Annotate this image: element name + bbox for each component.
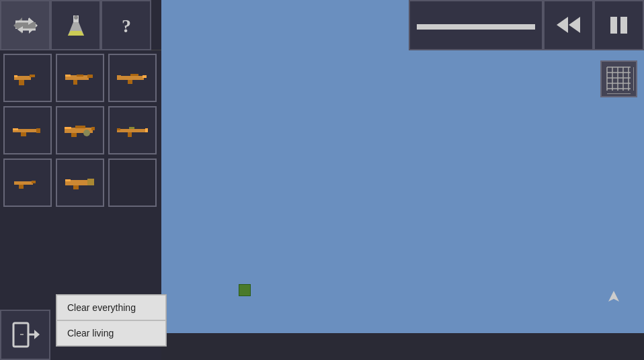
svg-rect-16 <box>87 75 93 78</box>
svg-marker-8 <box>68 31 84 36</box>
svg-marker-50 <box>569 17 580 33</box>
speed-bar-container <box>409 0 543 50</box>
sniper-icon <box>116 120 149 140</box>
svg-rect-46 <box>65 179 71 181</box>
svg-marker-67 <box>34 330 40 339</box>
svg-rect-28 <box>13 128 18 130</box>
svg-rect-24 <box>130 74 138 76</box>
help-button[interactable]: ? <box>101 0 151 50</box>
toolbar: ? <box>0 0 161 50</box>
svg-rect-19 <box>77 75 83 77</box>
svg-rect-18 <box>65 75 71 77</box>
exit-icon <box>10 320 40 350</box>
svg-rect-45 <box>73 185 79 189</box>
rewind-button[interactable] <box>543 0 594 50</box>
flask-button[interactable] <box>50 0 101 50</box>
pistol-icon <box>11 68 44 88</box>
svg-rect-40 <box>14 181 33 185</box>
weapon-slot-8[interactable] <box>56 159 104 207</box>
character-marker <box>607 289 620 303</box>
svg-rect-30 <box>91 127 95 130</box>
grid-icon <box>604 64 634 94</box>
svg-rect-23 <box>117 75 121 77</box>
pause-icon <box>604 10 634 40</box>
smg-icon <box>63 68 97 88</box>
weapon-slot-4[interactable] <box>3 106 52 154</box>
flask-icon <box>63 12 89 39</box>
launcher-icon <box>63 173 97 193</box>
weapon-slot-3[interactable] <box>108 54 157 102</box>
svg-rect-31 <box>71 133 77 137</box>
weapon-slot-7[interactable] <box>3 159 52 207</box>
svg-rect-39 <box>129 127 134 129</box>
svg-marker-49 <box>557 17 568 33</box>
swap-icon <box>12 12 39 39</box>
shotgun-icon <box>11 120 44 140</box>
clear-living-button[interactable]: Clear living <box>56 320 166 346</box>
svg-rect-27 <box>21 132 26 136</box>
speed-bar <box>417 24 535 30</box>
bottom-bar <box>161 333 644 360</box>
svg-rect-21 <box>143 75 147 78</box>
context-menu: Clear everything Clear living <box>56 294 167 347</box>
svg-rect-22 <box>128 80 132 84</box>
lmg-icon <box>63 120 97 140</box>
weapon-slot-1[interactable] <box>3 54 52 102</box>
svg-rect-51 <box>610 17 617 34</box>
svg-text:?: ? <box>122 15 131 36</box>
svg-point-9 <box>74 15 78 19</box>
svg-marker-1 <box>13 17 36 34</box>
svg-rect-37 <box>128 132 132 137</box>
weapon-slot-6[interactable] <box>108 106 157 154</box>
svg-rect-12 <box>30 75 35 77</box>
svg-rect-38 <box>117 128 120 130</box>
character-icon <box>607 289 620 303</box>
weapon-slot-5[interactable] <box>56 106 104 154</box>
grenade-icon <box>11 173 44 193</box>
svg-rect-42 <box>19 185 24 189</box>
weapon-slot-9[interactable] <box>108 159 157 207</box>
help-icon: ? <box>113 12 140 39</box>
svg-rect-17 <box>73 80 77 85</box>
exit-button[interactable] <box>0 310 50 360</box>
rewind-icon <box>553 10 583 40</box>
svg-rect-13 <box>19 80 24 85</box>
svg-rect-36 <box>145 128 148 132</box>
rifle-icon <box>116 68 149 88</box>
clear-everything-button[interactable]: Clear everything <box>56 295 166 320</box>
svg-marker-48 <box>608 291 619 302</box>
pause-button[interactable] <box>594 0 644 50</box>
svg-point-34 <box>83 130 90 136</box>
weapon-slot-2[interactable] <box>56 54 104 102</box>
grid-toggle-button[interactable] <box>600 60 637 97</box>
svg-rect-14 <box>14 75 17 77</box>
svg-rect-32 <box>65 127 71 129</box>
svg-rect-44 <box>87 179 94 185</box>
svg-rect-35 <box>117 129 147 132</box>
top-right-controls <box>543 0 644 50</box>
entity-marker <box>239 284 251 296</box>
svg-rect-26 <box>36 128 40 133</box>
svg-rect-33 <box>75 126 85 128</box>
swap-button[interactable] <box>0 0 50 50</box>
svg-rect-41 <box>32 181 36 183</box>
svg-rect-52 <box>620 17 627 34</box>
